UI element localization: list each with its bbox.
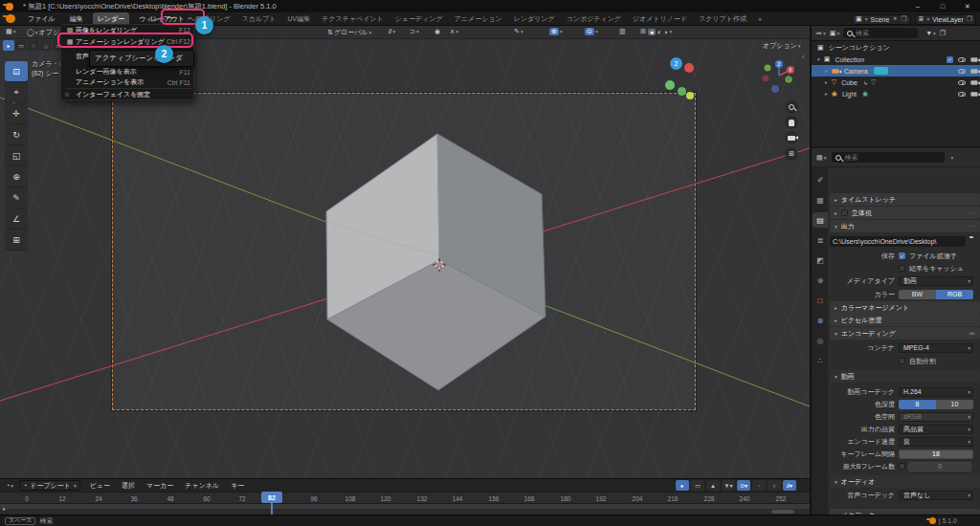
magnet-snap-icon[interactable]: ⊃▾ bbox=[408, 27, 421, 36]
annotate-pen-icon[interactable]: ✎▾ bbox=[512, 27, 525, 36]
channel-expand-icon[interactable]: ▸ bbox=[3, 505, 6, 512]
cursor-tool[interactable]: ⌖ bbox=[5, 82, 28, 102]
container-dropdown[interactable]: MPEG-4▾ bbox=[899, 343, 973, 353]
menu-item[interactable]: ファイル bbox=[23, 12, 60, 26]
cube-row[interactable]: ▸ ▽ Cube ↳ ▽ bbox=[812, 77, 980, 88]
output-path-field[interactable]: C:\Users\yocch\OneDrive\Desktop\ bbox=[830, 236, 966, 247]
workspace-tab[interactable]: コンポジティング bbox=[565, 13, 623, 25]
timeline-ruler[interactable]: 0122436486072961081201321441561681801922… bbox=[0, 492, 810, 504]
tweak-select-icon[interactable]: ▸ bbox=[3, 40, 14, 51]
proportional-edit-icon[interactable]: ◉ bbox=[433, 27, 442, 36]
render-camera-icon[interactable] bbox=[970, 69, 977, 74]
sidebar-collapse-icon[interactable]: ‹ bbox=[802, 53, 805, 61]
falloff-icon[interactable]: ∧ bbox=[768, 480, 781, 491]
display-mode-icon[interactable]: ≔▾ bbox=[813, 29, 828, 38]
only-selected-icon[interactable]: ▸ bbox=[676, 480, 689, 491]
ortho-toggle-icon[interactable]: ⊞ bbox=[785, 147, 798, 161]
quality-dropdown[interactable]: 高品質▾ bbox=[899, 425, 973, 434]
dopesheet-menu-item[interactable]: ビュー bbox=[90, 480, 110, 492]
eye-icon[interactable] bbox=[958, 69, 966, 74]
properties-search-input[interactable]: 検索 bbox=[832, 152, 945, 163]
workspace-tab[interactable]: テクスチャペイント bbox=[320, 13, 385, 25]
tab-physics[interactable]: ◎ bbox=[813, 333, 828, 348]
workspace-tab[interactable]: スクリプト作成 bbox=[697, 13, 748, 25]
preset-icon[interactable]: ≔ bbox=[969, 330, 975, 338]
expand-caret-icon[interactable]: ▸ bbox=[825, 68, 828, 74]
menu-item-view-animation[interactable]: アニメーションを表示 Ctrl F11 bbox=[61, 77, 195, 87]
timeline-scrollbar[interactable] bbox=[771, 510, 794, 514]
filter-funnel-icon[interactable]: ▼▾ bbox=[722, 480, 735, 491]
viewlayer-selector[interactable]: ≣▾ ViewLayer ❐ bbox=[915, 14, 976, 25]
options-dropdown[interactable]: オプション▾ bbox=[761, 40, 803, 52]
xray-toggle-icon[interactable]: ▥ bbox=[617, 27, 628, 36]
close-button[interactable]: ✕ bbox=[955, 0, 980, 12]
light-data-icon[interactable]: ◉ bbox=[862, 90, 868, 98]
cache-checkbox[interactable] bbox=[899, 265, 905, 272]
panel-video[interactable]: ▾動画 bbox=[830, 370, 980, 383]
gizmo-toggle-icon[interactable]: ⊕▾ bbox=[547, 27, 565, 36]
panel-color-management[interactable]: ▸カラーマネージメント bbox=[830, 301, 980, 314]
colorspace-dropdown[interactable]: sRGB▾ bbox=[899, 412, 973, 422]
filter-funnel-icon[interactable]: ▼▾ bbox=[924, 29, 938, 37]
dopesheet-menu-item[interactable]: マーカー bbox=[146, 480, 173, 492]
snap-target-dropdown[interactable]: ∂▾ bbox=[387, 27, 397, 35]
tab-scene[interactable]: ◩ bbox=[813, 252, 828, 268]
move-tool[interactable]: ✛ bbox=[5, 103, 28, 123]
tab-output[interactable]: ▤ bbox=[813, 212, 828, 228]
mesh-data-icon[interactable]: ▽ bbox=[871, 78, 876, 86]
panel-pixel-density[interactable]: ▸ピクセル密度 bbox=[830, 314, 980, 326]
tab-object[interactable]: □ bbox=[813, 293, 828, 308]
mode-dropdown[interactable]: ◯▾ オブジェクトモード bbox=[25, 27, 62, 38]
dopesheet-menu-item[interactable]: チャンネル bbox=[185, 480, 219, 492]
shading-solid-icon[interactable]: ● bbox=[648, 29, 656, 35]
blender-app-icon[interactable] bbox=[6, 14, 15, 23]
speed-dropdown[interactable]: 良▾ bbox=[899, 437, 973, 447]
eye-icon[interactable] bbox=[958, 57, 966, 62]
color-bw-button[interactable]: BW bbox=[899, 290, 936, 299]
select-box-tool[interactable]: ⊡ bbox=[5, 61, 28, 81]
depth-8-button[interactable]: 8 bbox=[899, 400, 936, 409]
panel-audio[interactable]: ▾オーディオ bbox=[830, 475, 980, 488]
menu-item-view-render[interactable]: レンダー画像を表示 F11 bbox=[61, 67, 195, 77]
render-camera-icon[interactable] bbox=[970, 92, 977, 97]
properties-filter-icon[interactable]: ▤▾ bbox=[814, 153, 828, 163]
bframes-checkbox[interactable] bbox=[899, 463, 905, 470]
workspace-tab[interactable]: ジオメトリノード bbox=[631, 13, 689, 25]
annotate-tool[interactable]: ✎ bbox=[5, 187, 28, 208]
depth-10-button[interactable]: 10 bbox=[936, 400, 973, 409]
scene-selector[interactable]: ▣▾ Scene ✶ ❐ bbox=[852, 14, 910, 25]
overlay-window-icon[interactable]: ❐ bbox=[938, 29, 947, 38]
bframes-field[interactable]: 0 bbox=[908, 462, 971, 471]
pan-hand-icon[interactable] bbox=[785, 116, 798, 129]
scale-tool[interactable]: ◱ bbox=[5, 145, 28, 165]
camera-data-icon[interactable] bbox=[874, 67, 888, 75]
proportional-point-icon[interactable]: ◦ bbox=[752, 480, 766, 491]
media-type-dropdown[interactable]: 動画▾ bbox=[899, 276, 973, 286]
shading-rendered-icon[interactable]: ◑ bbox=[663, 29, 667, 35]
add-cube-tool[interactable]: ⊞ bbox=[5, 230, 28, 250]
snap-icon[interactable]: ∂▾ bbox=[783, 480, 796, 491]
workspace-tab[interactable]: アニメーション bbox=[453, 13, 504, 25]
panel-output[interactable]: ▾出力⋯ bbox=[830, 220, 980, 232]
minimize-button[interactable]: – bbox=[905, 0, 930, 12]
workspace-tab[interactable]: レンダリング bbox=[512, 13, 557, 25]
tab-particles[interactable]: ∴ bbox=[813, 353, 828, 368]
tab-view-layer[interactable]: ≣ bbox=[813, 232, 828, 248]
proportional-edit-icon[interactable]: ⊙▾ bbox=[737, 480, 750, 491]
editor-type-button[interactable]: ▦▾ bbox=[4, 27, 17, 36]
measure-tool[interactable]: ∠ bbox=[5, 208, 28, 229]
outliner-search-input[interactable]: 検索 bbox=[843, 28, 918, 38]
show-hidden-icon[interactable]: ▭ bbox=[691, 480, 704, 491]
tab-render[interactable]: ▦ bbox=[813, 192, 828, 208]
codec-dropdown[interactable]: H.264▾ bbox=[899, 387, 973, 397]
menu-item-lock-interface[interactable]: インターフェイスを固定 bbox=[61, 90, 195, 99]
expand-caret-icon[interactable]: ▸ bbox=[825, 79, 828, 85]
copy-icon[interactable]: ❐ bbox=[901, 15, 906, 23]
render-camera-icon[interactable] bbox=[970, 57, 977, 62]
animation-icon[interactable]: ↳ bbox=[863, 79, 868, 86]
playhead[interactable]: 82 bbox=[261, 492, 282, 503]
scene-collection-row[interactable]: ▣ シーンコレクション bbox=[812, 42, 980, 54]
box-select-icon[interactable]: ▭ bbox=[15, 40, 27, 51]
shading-material-icon[interactable]: ◐ bbox=[657, 29, 661, 35]
editor-type-button[interactable]: ◔▾ bbox=[4, 481, 15, 490]
